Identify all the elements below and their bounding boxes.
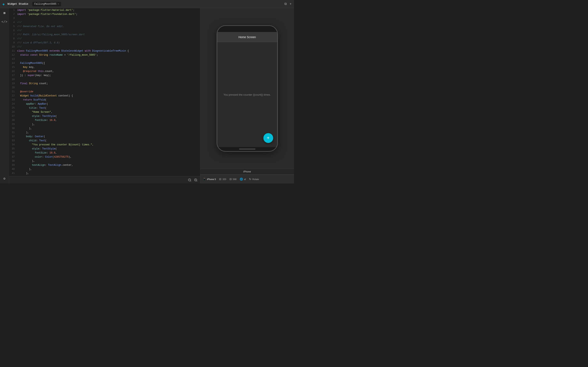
line-number: 20 — [9, 86, 16, 90]
copy-icon[interactable]: ⧉ — [285, 2, 287, 6]
table-row: 29 ), — [9, 122, 200, 126]
width-control[interactable]: ⊟ 320 — [219, 178, 226, 181]
phone-icon: 📱 — [203, 178, 206, 181]
line-number: 16 — [9, 69, 16, 73]
active-tab[interactable]: FallingMoon5085 × — [32, 2, 61, 6]
table-row: 40 ), — [9, 167, 200, 171]
table-row: 10/// — [9, 45, 200, 49]
line-number: 37 — [9, 155, 16, 159]
main-layout: ⊞ </> ⚙ 1import 'package:flutter/materia… — [0, 8, 294, 184]
line-number: 32 — [9, 134, 16, 139]
width-icon: ⊟ — [219, 178, 221, 181]
line-content: Key key, — [16, 65, 200, 69]
preview-bottom-bar: 📱 iPhone 5 ⊟ 320 ⊟ 568 🌐 af ↻ Rotate — [200, 175, 294, 184]
table-row: 25 title: Text( — [9, 106, 200, 110]
locale-selector[interactable]: 🌐 af — [240, 178, 246, 181]
line-number: 2 — [9, 12, 16, 16]
line-number: 6 — [9, 29, 16, 33]
table-row: 17 }) : super(key: key); — [9, 73, 200, 77]
line-number: 5 — [9, 25, 16, 29]
table-row: 37 color: Color(4285756275), — [9, 155, 200, 159]
device-selector[interactable]: 📱 iPhone 5 — [203, 178, 216, 181]
add-tab-icon[interactable]: + — [290, 2, 292, 6]
device-type-label: iPhone — [243, 170, 251, 173]
table-row: 16 @required this.count, — [9, 69, 200, 73]
phone-fab[interactable]: + — [263, 133, 273, 143]
table-row: 42 floatingActionButton: FloatingActionB… — [9, 175, 200, 176]
line-number: 15 — [9, 65, 16, 69]
line-number: 39 — [9, 163, 16, 167]
line-number: 28 — [9, 118, 16, 122]
table-row: 38 ), — [9, 159, 200, 163]
line-content — [16, 77, 200, 82]
sidebar-item-settings[interactable]: ⚙ — [2, 176, 7, 182]
table-row: 13 — [9, 57, 200, 61]
line-number: 11 — [9, 49, 16, 53]
height-value: 568 — [233, 178, 236, 180]
svg-line-4 — [196, 181, 197, 181]
line-number: 22 — [9, 94, 16, 98]
table-row: 15 Key key, — [9, 65, 200, 69]
phone-app-title: Home Screen — [238, 35, 256, 39]
line-number: 8 — [9, 37, 16, 41]
table-row: 2import 'package:flutter/foundation.dart… — [9, 12, 200, 16]
phone-app-bar: Home Screen — [217, 32, 277, 42]
line-number: 41 — [9, 171, 16, 175]
rotate-button[interactable]: ↻ Rotate — [249, 178, 259, 181]
table-row: 18 — [9, 77, 200, 82]
line-content: ), — [16, 171, 200, 175]
line-content: floatingActionButton: FloatingActionButt… — [16, 175, 200, 176]
line-number: 19 — [9, 82, 16, 86]
table-row: 11class FallingMoon5085 extends Stateles… — [9, 49, 200, 53]
table-row: 20 — [9, 86, 200, 90]
line-content: import 'package:flutter/foundation.dart'… — [16, 12, 200, 16]
line-number: 40 — [9, 167, 16, 171]
line-content: ), — [16, 131, 200, 134]
line-number: 30 — [9, 126, 16, 131]
table-row: 1import 'package:flutter/material.dart'; — [9, 8, 200, 12]
table-row: 23 return Scaffold( — [9, 98, 200, 102]
line-content: fontSize: 18.0, — [16, 151, 200, 155]
table-row: 35 style: TextStyle( — [9, 147, 200, 151]
line-content — [16, 86, 200, 90]
device-name: iPhone 5 — [207, 178, 216, 180]
line-content: body: Center( — [16, 134, 200, 139]
phone-status-bar — [217, 26, 277, 32]
line-content: ), — [16, 126, 200, 131]
code-editor[interactable]: 1import 'package:flutter/material.dart';… — [9, 8, 200, 176]
line-content: textAlign: TextAlign.center, — [16, 163, 200, 167]
table-row: 19 final String count; — [9, 82, 200, 86]
phone-body: You pressed the counter {{count}} times.… — [217, 42, 277, 147]
table-row: 8/// — [9, 37, 200, 41]
line-number: 17 — [9, 73, 16, 77]
sidebar-item-code[interactable]: </> — [2, 19, 7, 25]
line-content: class FallingMoon5085 extends StatelessW… — [16, 49, 200, 53]
width-value: 320 — [222, 178, 226, 180]
table-row: 32 body: Center( — [9, 134, 200, 139]
line-number: 34 — [9, 143, 16, 147]
table-row: 36 fontSize: 18.0, — [9, 151, 200, 155]
line-content: child: Text( — [16, 139, 200, 143]
line-number: 13 — [9, 57, 16, 61]
line-content: ), — [16, 167, 200, 171]
sidebar-item-grid[interactable]: ⊞ — [2, 10, 7, 16]
line-content: "Home Screen", — [16, 110, 200, 114]
table-row: 3 — [9, 16, 200, 20]
rotate-icon: ↻ — [249, 178, 251, 181]
tab-close-icon[interactable]: × — [58, 3, 59, 5]
table-row: 28 fontSize: 16.0, — [9, 118, 200, 122]
table-row: 12 static const String routeName = '/fal… — [9, 53, 200, 57]
table-row: 27 style: TextStyle( — [9, 114, 200, 118]
height-control[interactable]: ⊟ 568 — [229, 178, 236, 181]
line-content: "You pressed the counter ${count} times.… — [16, 143, 200, 147]
phone-counter-text: You pressed the counter {{count}} times. — [219, 89, 275, 100]
table-row: 39 textAlign: TextAlign.center, — [9, 163, 200, 167]
phone-screen: Home Screen You pressed the counter {{co… — [217, 32, 277, 147]
line-content: title: Text( — [16, 106, 200, 110]
line-content: /// — [16, 37, 200, 41]
zoom-in-button[interactable] — [194, 178, 198, 182]
line-content: style: TextStyle( — [16, 114, 200, 118]
tab-label: FallingMoon5085 — [34, 3, 56, 6]
editor-bottom-bar — [9, 176, 200, 184]
zoom-out-button[interactable] — [188, 178, 191, 182]
